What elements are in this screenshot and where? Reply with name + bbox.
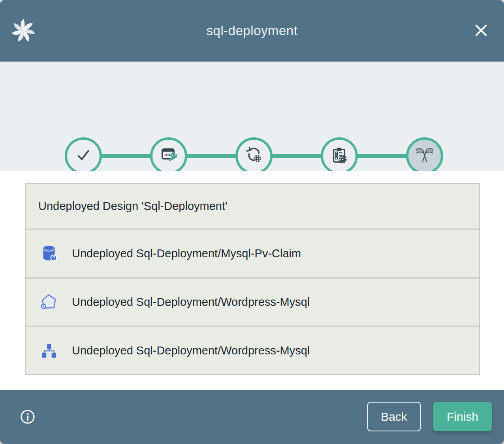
sql-deployment-dialog: sql-deployment [0, 0, 504, 444]
list-item: Undeployed Sql-Deployment/Wordpress-Mysq… [26, 327, 479, 374]
pinwheel-logo-icon [12, 19, 35, 42]
close-icon [473, 22, 489, 39]
clipboard-gear-icon [330, 146, 348, 166]
svg-text:<>: <> [165, 152, 171, 158]
dialog-footer: Back Finish [0, 390, 504, 444]
wizard-stepper: <> [0, 62, 504, 171]
list-item: ? Undeployed Sql-Deployment/Mysql-Pv-Cla… [26, 230, 479, 277]
code-window-wrench-icon: <> [160, 146, 178, 166]
step-finish[interactable] [406, 137, 443, 174]
refresh-gear-icon [245, 146, 263, 166]
status-header-text: Undeployed Design 'Sql-Deployment' [38, 200, 228, 213]
dialog-title: sql-deployment [207, 23, 298, 38]
svg-text:?: ? [53, 256, 55, 260]
check-icon [74, 146, 92, 166]
step-finalize-deployment[interactable] [321, 137, 358, 174]
back-button[interactable]: Back [367, 402, 421, 431]
checkered-flags-icon [415, 146, 434, 166]
close-button[interactable] [472, 22, 490, 39]
label-tag-icon [39, 292, 59, 312]
database-icon: ? [39, 244, 59, 264]
status-list-header-row: Undeployed Design 'Sql-Deployment' [26, 184, 479, 229]
info-icon [20, 420, 36, 426]
deployment-status-list: Undeployed Design 'Sql-Deployment' ? Und… [25, 183, 480, 375]
hierarchy-icon [39, 341, 59, 361]
list-item-text: Undeployed Sql-Deployment/Wordpress-Mysq… [72, 296, 310, 309]
list-item-text: Undeployed Sql-Deployment/Mysql-Pv-Claim [72, 247, 301, 260]
finish-button[interactable]: Finish [433, 402, 492, 431]
step-identify-environments[interactable]: <> [150, 137, 187, 174]
list-item-text: Undeployed Sql-Deployment/Wordpress-Mysq… [72, 344, 310, 357]
list-item: Undeployed Sql-Deployment/Wordpress-Mysq… [26, 279, 479, 326]
step-validate-design[interactable] [65, 137, 102, 174]
dialog-header: sql-deployment [0, 0, 504, 62]
dialog-content: Undeployed Design 'Sql-Deployment' ? Und… [0, 171, 504, 390]
info-button[interactable] [20, 409, 36, 425]
step-dry-run[interactable] [235, 137, 273, 174]
